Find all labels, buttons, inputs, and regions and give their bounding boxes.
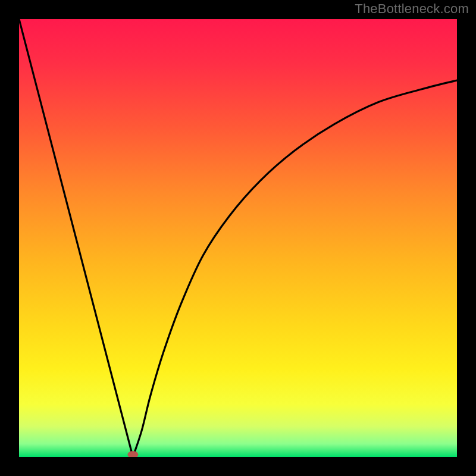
watermark-text: TheBottleneck.com [355, 1, 469, 17]
gradient-background [19, 19, 457, 457]
plot-area [19, 19, 457, 457]
chart-container: TheBottleneck.com [0, 0, 476, 476]
chart-svg [19, 19, 457, 457]
